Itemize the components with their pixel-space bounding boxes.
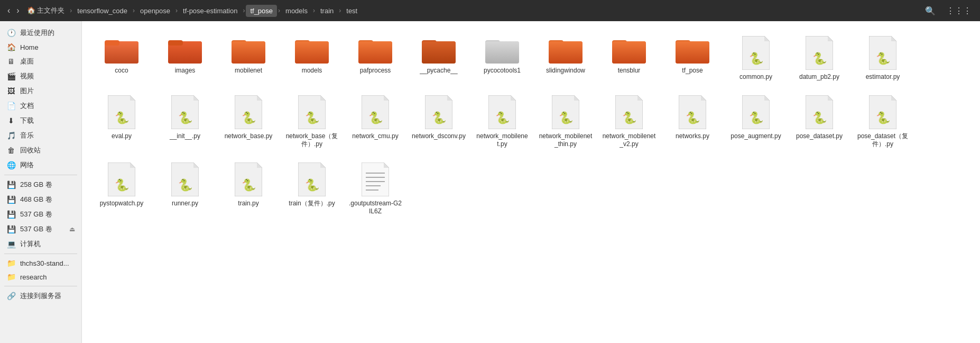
file-network-base-copy-py[interactable]: 🐍 network_base（复件）.py	[283, 91, 341, 153]
folder-tensblur-label: tensblur	[618, 67, 641, 75]
folder-tensblur[interactable]: tensblur	[600, 32, 658, 86]
search-button[interactable]: 🔍	[921, 4, 940, 18]
folder-tensblur-icon	[612, 36, 646, 64]
breadcrumb-train[interactable]: train	[316, 5, 338, 17]
file-network-base-py[interactable]: 🐍 network_base.py	[219, 91, 278, 153]
file-pose-dataset-copy-py-label: pose_dataset（复件）.py	[856, 132, 910, 149]
breadcrumb-openpose[interactable]: openpose	[136, 5, 174, 17]
file-common-py[interactable]: 🐍 common.py	[727, 32, 785, 86]
sidebar-item-468gb[interactable]: 💾 468 GB 卷	[0, 192, 81, 207]
view-toggle-button[interactable]: ⋮⋮⋮	[942, 4, 976, 18]
file-train-copy-py[interactable]: 🐍 train（复件）.py	[283, 158, 341, 220]
folder-images[interactable]: images	[156, 32, 214, 86]
file-networks-py[interactable]: 🐍 networks.py	[663, 91, 722, 153]
svg-text:🐍: 🐍	[749, 51, 764, 66]
file-pose-dataset-py[interactable]: 🐍 pose_dataset.py	[790, 91, 848, 153]
folder-models[interactable]: models	[283, 32, 341, 86]
svg-text:🐍: 🐍	[876, 51, 891, 66]
sidebar-item-music[interactable]: 🎵 音乐	[0, 128, 81, 143]
file-network-cmu-py-label: network_cmu.py	[352, 132, 398, 141]
file-pystopwatch-py[interactable]: 🐍 pystopwatch.py	[93, 158, 151, 220]
sidebar-item-258gb[interactable]: 💾 258 GB 卷	[0, 177, 81, 192]
file-init-py[interactable]: 🐍 __init__.py	[156, 91, 214, 153]
sidebar-item-network[interactable]: 🌐 网络	[0, 158, 81, 173]
svg-marker-32	[764, 36, 770, 41]
sidebar-item-recent[interactable]: 🕐 最近使用的	[0, 25, 81, 40]
folder-slidingwindow[interactable]: slidingwindow	[537, 32, 595, 86]
sidebar-item-thchs30[interactable]: 📁 thchs30-stand...	[0, 256, 81, 270]
file-network-cmu-py[interactable]: 🐍 network_cmu.py	[346, 91, 404, 153]
sidebar: 🕐 最近使用的 🏠 Home 🖥 桌面 🎬 视频 🖼 图片 📄 文档 ⬇ 下载	[0, 21, 82, 343]
svg-marker-56	[447, 95, 452, 101]
folder-coco[interactable]: coco	[93, 32, 151, 86]
svg-marker-35	[828, 36, 833, 41]
file-pose-augment-py[interactable]: 🐍 pose_augment.py	[727, 91, 785, 153]
sidebar-item-pictures[interactable]: 🖼 图片	[0, 84, 81, 98]
file-runner-py-label: runner.py	[172, 200, 198, 208]
svg-marker-41	[130, 95, 135, 101]
folder-mobilenet[interactable]: mobilenet	[219, 32, 278, 86]
sidebar-item-home[interactable]: 🏠 Home	[0, 40, 81, 54]
svg-rect-5	[168, 40, 183, 46]
sidebar-item-537gb-1[interactable]: 💾 537 GB 卷	[0, 207, 81, 222]
breadcrumb-test[interactable]: test	[342, 5, 362, 17]
svg-text:🐍: 🐍	[686, 111, 700, 125]
sidebar-item-537gb-2[interactable]: 💾 537 GB 卷 ⏏	[0, 222, 81, 237]
file-eval-py[interactable]: 🐍 eval.py	[93, 91, 151, 153]
file-network-mobilenet-py[interactable]: 🐍 network_mobilenet.py	[473, 91, 531, 153]
breadcrumb-tf-pose[interactable]: tf_pose	[246, 5, 277, 17]
file-datum-pb2-py[interactable]: 🐍 datum_pb2.py	[790, 32, 848, 86]
sidebar-item-research[interactable]: 📁 research	[0, 270, 81, 284]
svg-marker-53	[384, 95, 389, 101]
breadcrumb-models[interactable]: models	[281, 5, 312, 17]
home-icon: 🏠	[6, 43, 16, 51]
sidebar-item-trash[interactable]: 🗑 回收站	[0, 143, 81, 158]
folder-pycache[interactable]: __pycache__	[410, 32, 468, 86]
file-network-mobilenet-thin-py[interactable]: 🐍 network_mobilenet_thin.py	[537, 91, 595, 153]
sidebar-videos-label: 视频	[20, 71, 34, 81]
sidebar-468gb-label: 468 GB 卷	[20, 195, 52, 204]
sidebar-item-downloads[interactable]: ⬇ 下载	[0, 113, 81, 128]
music-icon: 🎵	[6, 131, 16, 140]
svg-text:🐍: 🐍	[178, 178, 193, 192]
nav-forward-button[interactable]: ›	[13, 4, 22, 17]
file-network-dsconv-py[interactable]: 🐍 network_dsconv.py	[410, 91, 468, 153]
file-network-mobilenet-v2-py[interactable]: 🐍 network_mobilenet_v2.py	[600, 91, 658, 153]
breadcrumb-tensorflow-code[interactable]: tensorflow_code	[73, 5, 132, 17]
folder-tf-pose-label: tf_pose	[682, 67, 702, 75]
breadcrumb-tf-pose-estimation[interactable]: tf-pose-estimation	[179, 5, 242, 17]
sidebar-537gb-1-label: 537 GB 卷	[20, 210, 52, 219]
svg-rect-2	[105, 40, 119, 46]
eject-icon[interactable]: ⏏	[69, 225, 75, 233]
file-goutputstream[interactable]: .goutputstream-G2IL6Z	[346, 158, 404, 220]
sidebar-item-desktop[interactable]: 🖥 桌面	[0, 54, 81, 69]
drive-537-2-icon: 💾	[6, 225, 16, 233]
file-pose-dataset-copy-py[interactable]: 🐍 pose_dataset（复件）.py	[854, 91, 912, 153]
sidebar-item-connect-server[interactable]: 🔗 连接到服务器	[0, 288, 81, 303]
trash-icon: 🗑	[6, 146, 16, 155]
sidebar-item-computer[interactable]: 💻 计算机	[0, 237, 81, 251]
folder-pafprocess[interactable]: pafprocess	[346, 32, 404, 86]
svg-rect-8	[232, 41, 265, 64]
sidebar-computer-label: 计算机	[20, 239, 41, 249]
file-datum-pb2-py-label: datum_pb2.py	[799, 73, 839, 82]
file-train-py[interactable]: 🐍 train.py	[219, 158, 278, 220]
sidebar-item-documents[interactable]: 📄 文档	[0, 98, 81, 113]
file-area: coco images	[82, 21, 980, 343]
svg-rect-20	[485, 41, 519, 64]
folder-tf-pose[interactable]: tf_pose	[663, 32, 722, 86]
sidebar-documents-label: 文档	[20, 101, 34, 111]
breadcrumb-home[interactable]: 🏠 主文件夹	[23, 4, 69, 17]
file-datum-pb2-py-icon: 🐍	[806, 36, 833, 70]
sidebar-separator-3	[4, 286, 77, 286]
folder-coco-label: coco	[115, 67, 128, 75]
file-estimator-py-icon: 🐍	[869, 36, 896, 70]
file-network-base-copy-py-label: network_base（复件）.py	[285, 132, 339, 149]
nav-back-button[interactable]: ‹	[4, 4, 13, 17]
sidebar-desktop-label: 桌面	[20, 57, 34, 66]
file-runner-py[interactable]: 🐍 runner.py	[156, 158, 214, 220]
file-estimator-py[interactable]: 🐍 estimator.py	[854, 32, 912, 86]
videos-icon: 🎬	[6, 72, 16, 80]
folder-pycocotools1[interactable]: pycocotools1	[473, 32, 531, 86]
sidebar-item-videos[interactable]: 🎬 视频	[0, 69, 81, 84]
